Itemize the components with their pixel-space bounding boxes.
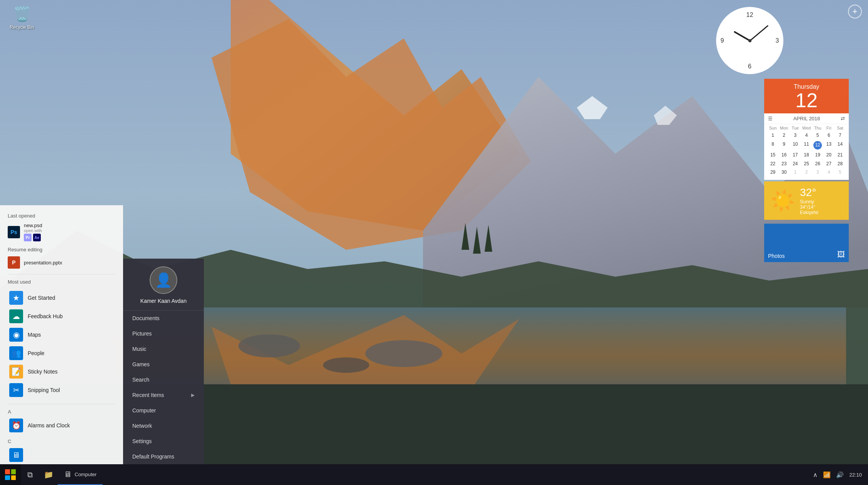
volume-icon[interactable]: 🔊 <box>836 471 844 478</box>
weather-range: 34°/14° <box>800 204 819 210</box>
open-with-icons: Pr Ae <box>24 234 115 241</box>
taskbar-right: ∧ 📶 🔊 22:10 <box>813 471 868 478</box>
get-started-icon: ★ <box>9 291 23 305</box>
weather-widget[interactable]: ☀️ 32° Sunny 34°/14° Eskişehir <box>764 181 849 220</box>
dow-fri: Fri <box>823 126 835 130</box>
resume-file: presentation.pptx <box>24 260 62 266</box>
network-icon[interactable]: 📶 <box>823 471 831 478</box>
sticky-notes-icon: 📝 <box>9 365 23 379</box>
recent-items-arrow: ▶ <box>191 392 195 398</box>
user-section: 👤 Kamer Kaan Avdan <box>123 259 204 311</box>
calendar-header: Thursday 12 <box>764 79 849 113</box>
calendar-week-3: 15 16 17 18 19 20 21 <box>767 151 846 159</box>
alarms-label: Alarms and Clock <box>28 422 70 429</box>
divider-2 <box>8 404 115 404</box>
win-logo-blue <box>5 475 10 480</box>
calendar-week-1: 1 2 3 4 5 6 7 <box>767 131 846 140</box>
resume-item[interactable]: P presentation.pptx <box>8 256 115 269</box>
taskbar: ⧉ 📁 🖥 Computer ∧ 📶 🔊 22:10 <box>0 464 868 485</box>
clock-minute-hand <box>750 25 768 41</box>
menu-computer[interactable]: Computer <box>123 403 204 418</box>
computer-app-icon: 🖥 <box>64 470 72 479</box>
app-people[interactable]: 👥 People <box>8 344 115 362</box>
computer-icon: 🖥 <box>9 448 23 462</box>
calendar-prev-icon[interactable]: ☰ <box>768 116 773 121</box>
file-explorer-button[interactable]: 📁 <box>39 464 58 485</box>
svg-point-3 <box>365 340 442 367</box>
last-opened-label: Last opened <box>8 213 115 219</box>
photoshop-icon: Ps <box>8 226 20 238</box>
menu-network[interactable]: Network <box>123 418 204 434</box>
clock-num-6: 6 <box>748 63 751 70</box>
snipping-tool-label: Snipping Tool <box>28 387 60 393</box>
maps-label: Maps <box>28 332 41 338</box>
dow-sun: Sun <box>767 126 778 130</box>
alarms-icon: ⏰ <box>9 419 23 432</box>
calendar-month-year: APRIL 2018 <box>793 116 820 121</box>
app-sticky-notes[interactable]: 📝 Sticky Notes <box>8 362 115 381</box>
weather-sun-icon: ☀️ <box>770 189 795 213</box>
file-explorer-icon: 📁 <box>44 470 53 479</box>
calendar-next-icon[interactable]: ⇄ <box>841 116 845 121</box>
win-logo-yellow <box>11 475 16 480</box>
most-used-label: Most used <box>8 279 115 285</box>
recycle-bin-image: 🗑️ <box>13 5 31 23</box>
menu-search[interactable]: Search <box>123 372 204 387</box>
user-avatar[interactable]: 👤 <box>150 266 177 294</box>
sticky-notes-label: Sticky Notes <box>28 369 58 375</box>
menu-music[interactable]: Music <box>123 341 204 357</box>
menu-documents[interactable]: Documents <box>123 311 204 326</box>
maps-icon: ◉ <box>9 328 23 342</box>
notifications-chevron[interactable]: ∧ <box>813 471 818 478</box>
last-opened-item[interactable]: Ps new.psd open with Pr Ae <box>8 223 115 241</box>
menu-recent-items[interactable]: Recent Items ▶ <box>123 387 204 403</box>
app-feedback-hub[interactable]: ☁ Feedback Hub <box>8 307 115 326</box>
start-menu-right-pane: 👤 Kamer Kaan Avdan Documents Pictures Mu… <box>123 259 204 464</box>
weather-description: Sunny <box>800 199 819 204</box>
file-info: new.psd open with Pr Ae <box>24 223 115 241</box>
computer-app-label: Computer <box>75 472 97 477</box>
clock-num-12: 12 <box>746 12 753 18</box>
alpha-a: A <box>8 409 115 415</box>
dow-tue: Tue <box>790 126 801 130</box>
menu-games[interactable]: Games <box>123 357 204 372</box>
last-file-name: new.psd <box>24 223 115 228</box>
calendar-widget: Thursday 12 ☰ APRIL 2018 ⇄ Sun Mon Tue W… <box>764 79 849 180</box>
clock-face: 12 3 6 9 <box>719 10 781 71</box>
calendar-dow-row: Sun Mon Tue Wed Thu Fri Sat <box>767 126 846 130</box>
recycle-bin-icon[interactable]: 🗑️ Recycle Bin <box>5 5 39 30</box>
add-widget-button[interactable]: + <box>848 5 862 18</box>
system-time[interactable]: 22:10 <box>849 472 862 478</box>
photos-icon: 🖼 <box>837 250 845 259</box>
svg-point-1 <box>238 334 300 357</box>
menu-default-programs[interactable]: Default Programs <box>123 449 204 464</box>
calendar-month-nav: ☰ APRIL 2018 ⇄ <box>764 113 849 124</box>
user-name: Kamer Kaan Avdan <box>140 298 187 304</box>
menu-settings[interactable]: Settings <box>123 434 204 449</box>
photos-widget[interactable]: Photos 🖼 <box>764 224 849 262</box>
clock-num-3: 3 <box>776 37 779 44</box>
app-snipping-tool[interactable]: ✂ Snipping Tool <box>8 381 115 399</box>
task-view-icon: ⧉ <box>27 470 33 479</box>
after-effects-icon[interactable]: Ae <box>33 234 41 241</box>
calendar-week-4: 22 23 24 25 26 27 28 <box>767 159 846 168</box>
people-icon: 👥 <box>9 346 23 360</box>
app-maps[interactable]: ◉ Maps <box>8 326 115 344</box>
win-logo-green <box>11 469 16 474</box>
windows-logo <box>5 469 16 480</box>
svg-point-2 <box>323 357 369 373</box>
app-get-started[interactable]: ★ Get Started <box>8 289 115 307</box>
dow-mon: Mon <box>778 126 790 130</box>
premiere-icon[interactable]: Pr <box>24 234 32 241</box>
task-view-button[interactable]: ⧉ <box>21 464 39 485</box>
app-alarms[interactable]: ⏰ Alarms and Clock <box>8 416 115 435</box>
recycle-bin-label: Recycle Bin <box>10 25 34 30</box>
snipping-tool-icon: ✂ <box>9 383 23 397</box>
start-button[interactable] <box>0 464 21 485</box>
dow-wed: Wed <box>801 126 812 130</box>
alpha-c: C <box>8 438 115 444</box>
get-started-label: Get Started <box>28 295 55 301</box>
menu-pictures[interactable]: Pictures <box>123 326 204 341</box>
computer-taskbar-app[interactable]: 🖥 Computer <box>58 464 103 485</box>
app-computer-c[interactable]: 🖥 <box>8 446 115 464</box>
